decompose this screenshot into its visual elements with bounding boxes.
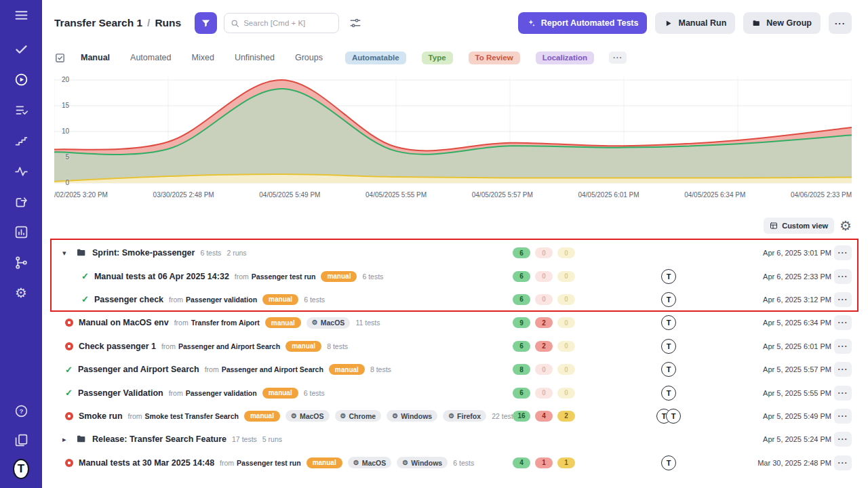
run-row[interactable]: Manual on MacOS envfromTransfer from Aip… <box>54 311 852 334</box>
project-name[interactable]: Transfer Search 1 <box>54 17 142 29</box>
steps-icon[interactable] <box>13 132 29 148</box>
run-source: Passenger test run <box>252 272 316 281</box>
failed-count-pill: 0 <box>535 294 553 305</box>
row-more-button[interactable]: ··· <box>834 386 852 401</box>
run-stats: 600 <box>513 294 587 305</box>
search-input[interactable] <box>243 19 332 27</box>
chevron-right-icon[interactable]: ▸ <box>62 435 71 444</box>
failed-count-pill: 0 <box>535 388 553 399</box>
check-icon[interactable] <box>13 41 29 57</box>
run-stats: 920 <box>513 317 587 328</box>
run-source: Smoke test Transfer Search <box>145 412 239 420</box>
group-runs-count: 2 runs <box>226 249 246 257</box>
x-tick-label: /02/2025 3:20 PM <box>54 191 108 201</box>
search-box[interactable] <box>224 13 339 33</box>
custom-view-label: Custom view <box>782 222 828 230</box>
filter-chips: AutomatableTypeTo ReviewLocalization <box>345 52 594 64</box>
bar-chart-icon[interactable] <box>13 224 29 240</box>
group-runs-count: 5 runs <box>262 435 282 443</box>
run-row[interactable]: ✓Passenger checkfromPassenger validation… <box>54 288 852 311</box>
activity-icon[interactable] <box>13 163 29 179</box>
gear-icon: ⚙ <box>291 413 297 420</box>
avatar: T <box>661 362 676 377</box>
from-label: from <box>161 342 176 350</box>
row-main: Manual tests at 30 Mar 2025 14:48fromPas… <box>54 457 513 468</box>
tab-mixed[interactable]: Mixed <box>192 53 214 62</box>
avatar: T <box>661 315 676 330</box>
manual-run-button[interactable]: Manual Run <box>655 12 735 34</box>
x-tick-label: 04/06/2025 2:33 PM <box>791 191 852 201</box>
row-more-button[interactable]: ··· <box>834 455 852 470</box>
tab-unfinished[interactable]: Unfinished <box>235 53 275 62</box>
row-more-button[interactable]: ··· <box>834 362 852 377</box>
row-more-button[interactable]: ··· <box>834 409 852 424</box>
docs-icon[interactable] <box>13 432 29 448</box>
chevron-down-icon[interactable]: ▾ <box>62 249 71 258</box>
run-date: Apr 5, 2025 5:57 PM <box>750 365 831 373</box>
chips-more-button[interactable]: ··· <box>609 52 627 64</box>
failed-status-icon <box>65 319 73 327</box>
row-more-button[interactable]: ··· <box>834 269 852 284</box>
breadcrumb-separator: / <box>147 17 150 29</box>
run-row[interactable]: Smoke runfromSmoke test Transfer Searchm… <box>54 405 852 428</box>
row-more-button[interactable]: ··· <box>834 432 852 447</box>
runs-table: ▾Sprint: Smoke-passenger6 tests2 runs600… <box>54 241 852 474</box>
app-logo[interactable]: T <box>13 461 29 477</box>
run-title: Passenger Validation <box>78 388 163 398</box>
passed-status-icon: ✓ <box>65 388 73 398</box>
other-count-pill: 0 <box>557 388 575 399</box>
filter-tag-to-review[interactable]: To Review <box>469 52 520 64</box>
passed-count-pill: 6 <box>513 341 530 352</box>
other-count-pill: 0 <box>557 317 575 328</box>
view-toolbar: Custom view ⚙ <box>54 217 852 235</box>
row-more-button[interactable]: ··· <box>834 245 852 260</box>
avatar: T <box>661 292 676 307</box>
run-row[interactable]: ✓Passenger ValidationfromPassenger valid… <box>54 381 852 404</box>
row-main: Check passenger 1fromPassenger and Airpo… <box>54 341 513 352</box>
run-row[interactable]: ✓Passenger and Airport SearchfromPasseng… <box>54 358 852 381</box>
view-settings-button[interactable]: ⚙ <box>840 219 852 232</box>
header-more-button[interactable]: ··· <box>829 12 852 34</box>
branch-icon[interactable] <box>13 254 29 270</box>
svg-text:?: ? <box>19 407 23 415</box>
row-main: ✓Passenger and Airport SearchfromPasseng… <box>54 364 513 375</box>
share-box-icon[interactable] <box>13 193 29 209</box>
row-more-button[interactable]: ··· <box>834 339 852 354</box>
run-stats: 600 <box>513 247 587 258</box>
filter-tag-localization[interactable]: Localization <box>536 52 594 64</box>
other-count-pill: 2 <box>557 411 575 422</box>
other-count-pill: 0 <box>557 364 575 375</box>
gear-icon[interactable]: ⚙ <box>13 285 29 301</box>
from-label: from <box>169 296 183 304</box>
row-more-button[interactable]: ··· <box>834 292 852 307</box>
sliders-icon[interactable] <box>346 14 365 33</box>
custom-view-button[interactable]: Custom view <box>764 218 834 234</box>
help-icon[interactable]: ? <box>13 403 29 419</box>
filter-tag-type[interactable]: Type <box>422 52 453 64</box>
row-main: Manual on MacOS envfromTransfer from Aip… <box>54 317 513 329</box>
run-row[interactable]: Manual tests at 30 Mar 2025 14:48fromPas… <box>54 451 852 474</box>
main-content: Transfer Search 1 / Runs Report Automate… <box>42 0 868 488</box>
filter-tag-automatable[interactable]: Automatable <box>345 52 406 64</box>
run-title: Manual on MacOS env <box>79 318 169 327</box>
tab-automated[interactable]: Automated <box>130 53 171 62</box>
group-row[interactable]: ▾Sprint: Smoke-passenger6 tests2 runs600… <box>54 241 852 264</box>
play-circle-icon[interactable] <box>13 71 29 87</box>
group-row[interactable]: ▸Release: Transfer Search Feature17 test… <box>54 428 852 451</box>
tabs: ManualAutomatedMixedUnfinishedGroups <box>81 53 323 62</box>
row-main: ▸Release: Transfer Search Feature17 test… <box>54 434 513 445</box>
row-more-button[interactable]: ··· <box>834 315 852 330</box>
env-chip-windows: ⚙Windows <box>387 410 437 422</box>
tests-count: 22 tests <box>492 412 513 420</box>
run-row[interactable]: ✓Manual tests at 06 Apr 2025 14:32fromPa… <box>54 264 852 287</box>
report-automated-tests-button[interactable]: Report Automated Tests <box>518 12 648 34</box>
tab-manual[interactable]: Manual <box>81 53 110 62</box>
run-list-icon[interactable] <box>13 102 29 118</box>
new-group-button[interactable]: New Group <box>743 12 821 34</box>
checklist-icon[interactable] <box>54 52 66 64</box>
failed-count-pill: 1 <box>535 458 553 468</box>
menu-icon[interactable] <box>13 7 29 23</box>
filter-button[interactable] <box>195 12 217 34</box>
tab-groups[interactable]: Groups <box>295 53 323 62</box>
run-row[interactable]: Check passenger 1fromPassenger and Airpo… <box>54 335 852 358</box>
